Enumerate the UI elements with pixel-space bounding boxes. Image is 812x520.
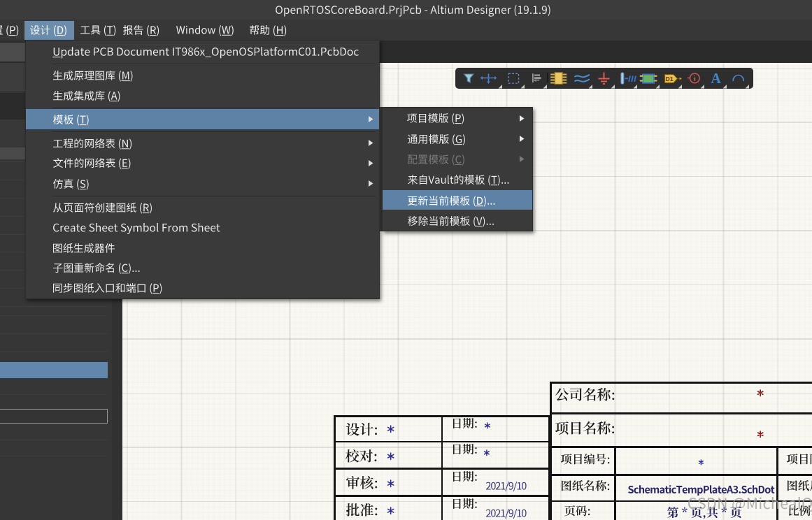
svg-text:D1: D1 <box>666 75 674 82</box>
svg-text:A: A <box>711 71 721 86</box>
